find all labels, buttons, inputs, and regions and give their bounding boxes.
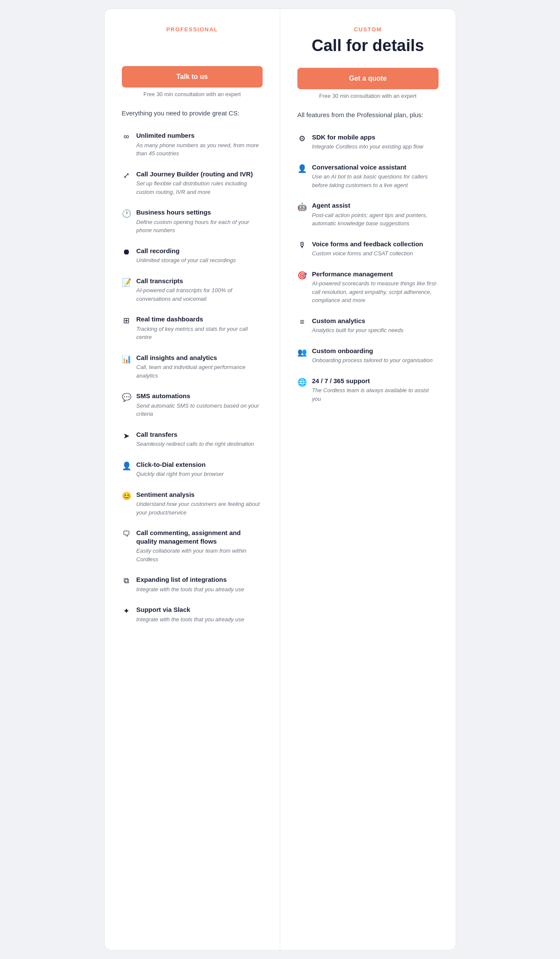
feature-title-7: SMS automations (136, 392, 263, 400)
feature-icon-7: 💬 (122, 393, 131, 402)
list-item: 👤 Click-to-Dial extension Quickly dial r… (122, 454, 263, 484)
feature-icon-10: 😊 (122, 491, 131, 501)
feature-content-1: Call Journey Builder (routing and IVR) S… (136, 170, 263, 197)
custom-feature-content-5: Custom analytics Analytics built for you… (312, 317, 403, 335)
feature-desc-9: Quickly dial right from your browser (136, 470, 224, 478)
feature-content-12: Expanding list of integrations Integrate… (136, 575, 245, 593)
custom-feature-desc-3: Custom voice forms and CSAT collection (312, 249, 423, 258)
custom-feature-title-5: Custom analytics (312, 317, 403, 325)
list-item: 📝 Call transcripts AI-powered call trans… (122, 271, 263, 309)
feature-title-5: Real time dashboards (136, 315, 263, 324)
list-item: 💬 SMS automations Send automatic SMS to … (122, 386, 263, 424)
list-item: 📊 Call insights and analytics Call, team… (122, 348, 263, 386)
custom-feature-list: ⚙ SDK for mobile apps Integrate Cordless… (297, 127, 439, 409)
feature-content-10: Sentiment analysis Understand how your c… (136, 490, 263, 517)
custom-feature-content-6: Custom onboarding Onboarding process tai… (312, 347, 433, 365)
feature-icon-1: ⤢ (122, 171, 131, 180)
feature-title-8: Call transfers (136, 430, 254, 439)
custom-feature-icon-0: ⚙ (297, 134, 307, 143)
feature-desc-11: Easily collaborate with your team from w… (136, 547, 263, 563)
feature-icon-11: 🗨 (122, 529, 131, 538)
list-item: ∞ Unlimited numbers As many phone number… (122, 125, 263, 164)
feature-desc-4: AI-powered call transcripts for 100% of … (136, 286, 263, 303)
feature-content-13: Support via Slack Integrate with the too… (136, 605, 245, 623)
list-item: ➤ Call transfers Seamlessly redirect cal… (122, 424, 263, 454)
get-quote-button[interactable]: Get a quote (297, 68, 439, 89)
custom-feature-desc-4: AI-powered scorecards to measure things … (312, 279, 439, 305)
list-item: 🎙 Voice forms and feedback collection Cu… (297, 234, 439, 264)
custom-feature-title-4: Performance management (312, 270, 439, 278)
custom-feature-desc-0: Integrate Cordless into your existing ap… (312, 142, 423, 151)
custom-feature-title-1: Conversational voice assistant (312, 163, 439, 172)
custom-feature-desc-2: Post-call action points; agent tips and … (312, 211, 439, 228)
custom-feature-icon-6: 👥 (297, 348, 307, 357)
feature-desc-13: Integrate with the tools that you alread… (136, 615, 245, 624)
custom-feature-icon-1: 👤 (297, 164, 307, 173)
custom-feature-icon-5: ≡ (297, 318, 307, 327)
custom-feature-title-3: Voice forms and feedback collection (312, 240, 423, 248)
feature-desc-7: Send automatic SMS to customers based on… (136, 402, 263, 418)
list-item: 🕐 Business hours settings Define custom … (122, 202, 263, 241)
custom-feature-title-6: Custom onboarding (312, 347, 433, 355)
feature-title-4: Call transcripts (136, 277, 263, 285)
feature-content-11: Call commenting, assignment and quality … (136, 529, 263, 563)
feature-content-0: Unlimited numbers As many phone numbers … (136, 131, 263, 158)
feature-icon-6: 📊 (122, 354, 131, 364)
professional-plan-label: PROFESSIONAL (122, 26, 263, 33)
custom-feature-icon-3: 🎙 (297, 241, 307, 250)
custom-plan-label: CUSTOM (297, 26, 439, 33)
list-item: 🤖 Agent assist Post-call action points; … (297, 195, 439, 234)
custom-feature-content-1: Conversational voice assistant Use an AI… (312, 163, 439, 190)
professional-intro: Everything you need to provide great CS: (122, 109, 263, 117)
list-item: 👥 Custom onboarding Onboarding process t… (297, 341, 439, 371)
feature-title-13: Support via Slack (136, 605, 245, 614)
feature-desc-2: Define custom opening hours for each of … (136, 218, 263, 235)
professional-column: PROFESSIONAL Talk to us Free 30 min cons… (104, 9, 280, 950)
list-item: 🗨 Call commenting, assignment and qualit… (122, 523, 263, 569)
feature-icon-3: ⏺ (122, 248, 131, 257)
feature-title-10: Sentiment analysis (136, 490, 263, 499)
talk-to-us-button[interactable]: Talk to us (122, 66, 263, 88)
feature-content-9: Click-to-Dial extension Quickly dial rig… (136, 460, 224, 478)
feature-content-3: Call recording Unlimited storage of your… (136, 247, 236, 265)
list-item: ⤢ Call Journey Builder (routing and IVR)… (122, 164, 263, 203)
custom-feature-desc-6: Onboarding process tailored to your orga… (312, 356, 433, 365)
professional-cta-subtext: Free 30 min consultation with an expert (122, 91, 263, 97)
feature-content-2: Business hours settings Define custom op… (136, 208, 263, 235)
feature-desc-8: Seamlessly redirect calls to the right d… (136, 440, 254, 448)
custom-feature-icon-4: 🎯 (297, 271, 307, 280)
custom-feature-content-3: Voice forms and feedback collection Cust… (312, 240, 423, 258)
feature-content-8: Call transfers Seamlessly redirect calls… (136, 430, 254, 448)
list-item: ✦ Support via Slack Integrate with the t… (122, 599, 263, 629)
list-item: ⧉ Expanding list of integrations Integra… (122, 569, 263, 599)
custom-feature-title-7: 24 / 7 / 365 support (312, 377, 439, 385)
feature-desc-12: Integrate with the tools that you alread… (136, 585, 245, 594)
list-item: 🎯 Performance management AI-powered scor… (297, 264, 439, 311)
feature-title-11: Call commenting, assignment and quality … (136, 529, 263, 545)
feature-title-6: Call insights and analytics (136, 354, 263, 362)
feature-content-7: SMS automations Send automatic SMS to cu… (136, 392, 263, 418)
custom-column: CUSTOM Call for details Get a quote Free… (280, 9, 456, 950)
feature-icon-12: ⧉ (122, 576, 131, 585)
feature-title-3: Call recording (136, 247, 236, 255)
feature-icon-8: ➤ (122, 431, 131, 441)
feature-desc-0: As many phone numbers as you need, from … (136, 141, 263, 158)
feature-content-5: Real time dashboards Tracking of key met… (136, 315, 263, 342)
feature-content-4: Call transcripts AI-powered call transcr… (136, 277, 263, 303)
custom-cta-subtext: Free 30 min consultation with an expert (297, 93, 439, 99)
feature-title-1: Call Journey Builder (routing and IVR) (136, 170, 263, 178)
feature-title-0: Unlimited numbers (136, 131, 263, 140)
feature-icon-5: ⊞ (122, 316, 131, 325)
list-item: ⏺ Call recording Unlimited storage of yo… (122, 241, 263, 271)
custom-feature-content-0: SDK for mobile apps Integrate Cordless i… (312, 133, 423, 151)
feature-desc-5: Tracking of key metrics and stats for yo… (136, 325, 263, 342)
custom-feature-content-4: Performance management AI-powered scorec… (312, 270, 439, 305)
feature-title-12: Expanding list of integrations (136, 575, 245, 584)
list-item: 🌐 24 / 7 / 365 support The Cordless team… (297, 371, 439, 409)
custom-feature-icon-7: 🌐 (297, 378, 307, 387)
custom-feature-content-2: Agent assist Post-call action points; ag… (312, 201, 439, 228)
feature-desc-1: Set up flexible call distribution rules … (136, 179, 263, 196)
custom-feature-desc-7: The Cordless team is always available to… (312, 386, 439, 403)
list-item: 😊 Sentiment analysis Understand how your… (122, 484, 263, 523)
feature-icon-0: ∞ (122, 132, 131, 141)
